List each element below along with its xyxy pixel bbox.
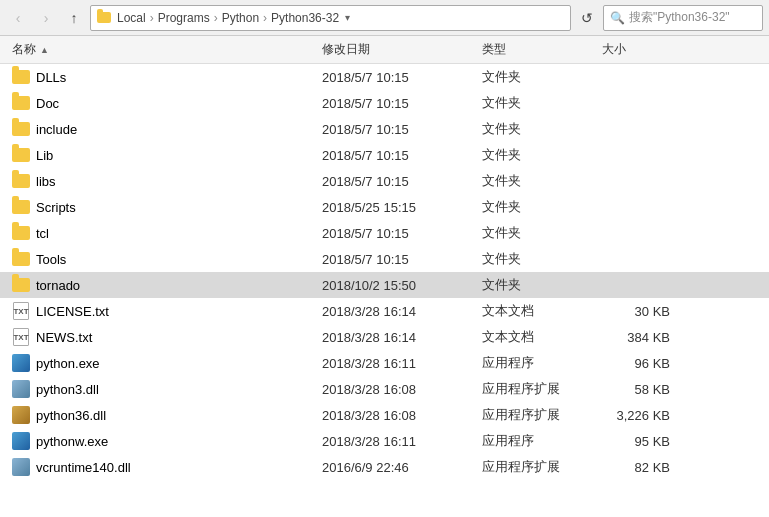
- file-name: NEWS.txt: [36, 330, 92, 345]
- file-name-cell: Doc: [8, 96, 318, 111]
- file-name: Scripts: [36, 200, 76, 215]
- table-row[interactable]: Doc 2018/5/7 10:15 文件夹: [0, 90, 769, 116]
- table-row[interactable]: TXT LICENSE.txt 2018/3/28 16:14 文本文档 30 …: [0, 298, 769, 324]
- folder-icon: [12, 122, 30, 136]
- file-type: 应用程序扩展: [478, 458, 598, 476]
- file-name-cell: python.exe: [8, 354, 318, 372]
- file-name-cell: TXT LICENSE.txt: [8, 302, 318, 320]
- search-box[interactable]: 🔍 搜索"Python36-32": [603, 5, 763, 31]
- table-row[interactable]: Tools 2018/5/7 10:15 文件夹: [0, 246, 769, 272]
- file-name: tcl: [36, 226, 49, 241]
- folder-icon: [12, 200, 30, 214]
- file-modified: 2018/3/28 16:14: [318, 304, 478, 319]
- file-name-cell: Scripts: [8, 200, 318, 215]
- exe-file-icon: [12, 354, 30, 372]
- file-type: 文件夹: [478, 94, 598, 112]
- file-name: python36.dll: [36, 408, 106, 423]
- file-name: python3.dll: [36, 382, 99, 397]
- file-type: 文件夹: [478, 68, 598, 86]
- file-type: 文本文档: [478, 302, 598, 320]
- file-modified: 2018/5/7 10:15: [318, 174, 478, 189]
- file-modified: 2018/5/7 10:15: [318, 226, 478, 241]
- breadcrumb-python36[interactable]: Python36-32: [271, 11, 339, 25]
- file-name: include: [36, 122, 77, 137]
- file-type: 文件夹: [478, 198, 598, 216]
- breadcrumb-local[interactable]: Local: [117, 11, 146, 25]
- folder-icon: [12, 70, 30, 84]
- up-button[interactable]: ↑: [62, 6, 86, 30]
- folder-icon: [12, 174, 30, 188]
- table-row[interactable]: python36.dll 2018/3/28 16:08 应用程序扩展 3,22…: [0, 402, 769, 428]
- table-row[interactable]: libs 2018/5/7 10:15 文件夹: [0, 168, 769, 194]
- file-name: python.exe: [36, 356, 100, 371]
- file-name: Lib: [36, 148, 53, 163]
- file-type: 文件夹: [478, 146, 598, 164]
- file-name: Tools: [36, 252, 66, 267]
- file-name-cell: python36.dll: [8, 406, 318, 424]
- table-row[interactable]: pythonw.exe 2018/3/28 16:11 应用程序 95 KB: [0, 428, 769, 454]
- folder-icon: [12, 278, 30, 292]
- folder-icon: [12, 96, 30, 110]
- column-headers: 名称 ▲ 修改日期 类型 大小: [0, 36, 769, 64]
- table-row[interactable]: Scripts 2018/5/25 15:15 文件夹: [0, 194, 769, 220]
- table-row[interactable]: tcl 2018/5/7 10:15 文件夹: [0, 220, 769, 246]
- table-row[interactable]: Lib 2018/5/7 10:15 文件夹: [0, 142, 769, 168]
- file-modified: 2018/10/2 15:50: [318, 278, 478, 293]
- table-row[interactable]: include 2018/5/7 10:15 文件夹: [0, 116, 769, 142]
- file-size: 3,226 KB: [598, 408, 678, 423]
- search-placeholder: 搜索"Python36-32": [629, 9, 730, 26]
- file-name: Doc: [36, 96, 59, 111]
- file-type: 文件夹: [478, 250, 598, 268]
- table-row[interactable]: vcruntime140.dll 2016/6/9 22:46 应用程序扩展 8…: [0, 454, 769, 480]
- file-modified: 2018/5/7 10:15: [318, 70, 478, 85]
- file-modified: 2016/6/9 22:46: [318, 460, 478, 475]
- file-name-cell: TXT NEWS.txt: [8, 328, 318, 346]
- table-row[interactable]: DLLs 2018/5/7 10:15 文件夹: [0, 64, 769, 90]
- file-name-cell: libs: [8, 174, 318, 189]
- col-header-name[interactable]: 名称 ▲: [8, 36, 318, 63]
- file-type: 文件夹: [478, 276, 598, 294]
- table-row[interactable]: TXT NEWS.txt 2018/3/28 16:14 文本文档 384 KB: [0, 324, 769, 350]
- folder-icon: [12, 252, 30, 266]
- file-size: 30 KB: [598, 304, 678, 319]
- breadcrumb-dropdown[interactable]: ▾: [345, 12, 350, 23]
- txt-file-icon: TXT: [12, 302, 30, 320]
- table-row[interactable]: python.exe 2018/3/28 16:11 应用程序 96 KB: [0, 350, 769, 376]
- file-type: 文本文档: [478, 328, 598, 346]
- file-name: tornado: [36, 278, 80, 293]
- file-size: 96 KB: [598, 356, 678, 371]
- file-name: libs: [36, 174, 56, 189]
- file-modified: 2018/3/28 16:11: [318, 356, 478, 371]
- forward-button[interactable]: ›: [34, 6, 58, 30]
- file-size: 82 KB: [598, 460, 678, 475]
- file-modified: 2018/3/28 16:08: [318, 382, 478, 397]
- col-header-type[interactable]: 类型: [478, 36, 598, 63]
- file-name: pythonw.exe: [36, 434, 108, 449]
- file-name-cell: DLLs: [8, 70, 318, 85]
- file-name-cell: Tools: [8, 252, 318, 267]
- file-name-cell: tornado: [8, 278, 318, 293]
- table-row[interactable]: tornado 2018/10/2 15:50 文件夹: [0, 272, 769, 298]
- breadcrumb-programs[interactable]: Programs: [158, 11, 210, 25]
- col-header-modified[interactable]: 修改日期: [318, 36, 478, 63]
- sort-arrow-name: ▲: [40, 45, 49, 55]
- file-size: 95 KB: [598, 434, 678, 449]
- folder-icon: [97, 12, 111, 23]
- file-name-cell: include: [8, 122, 318, 137]
- file-modified: 2018/5/7 10:15: [318, 96, 478, 111]
- refresh-button[interactable]: ↺: [575, 6, 599, 30]
- file-size: 58 KB: [598, 382, 678, 397]
- table-row[interactable]: python3.dll 2018/3/28 16:08 应用程序扩展 58 KB: [0, 376, 769, 402]
- col-header-size[interactable]: 大小: [598, 36, 678, 63]
- file-type: 文件夹: [478, 172, 598, 190]
- file-modified: 2018/5/7 10:15: [318, 122, 478, 137]
- file-name: DLLs: [36, 70, 66, 85]
- exe-file-icon: [12, 432, 30, 450]
- file-type: 应用程序扩展: [478, 380, 598, 398]
- breadcrumb-python[interactable]: Python: [222, 11, 259, 25]
- file-type: 应用程序扩展: [478, 406, 598, 424]
- file-modified: 2018/3/28 16:14: [318, 330, 478, 345]
- file-modified: 2018/5/7 10:15: [318, 148, 478, 163]
- file-name-cell: vcruntime140.dll: [8, 458, 318, 476]
- back-button[interactable]: ‹: [6, 6, 30, 30]
